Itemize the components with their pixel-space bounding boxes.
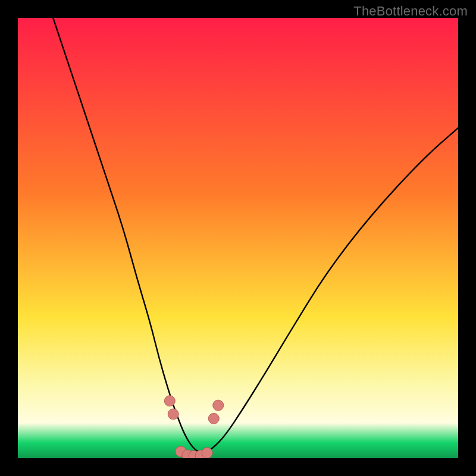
curve-marker	[202, 447, 212, 458]
watermark-text: TheBottleneck.com	[353, 4, 468, 19]
curve-marker	[208, 413, 219, 424]
chart-frame: TheBottleneck.com	[0, 0, 476, 476]
plot-area	[18, 18, 458, 458]
bottleneck-curve	[53, 18, 458, 453]
curve-marker	[168, 409, 178, 419]
bottleneck-curve-svg	[18, 18, 458, 458]
curve-marker	[164, 396, 175, 406]
curve-marker	[213, 400, 224, 411]
